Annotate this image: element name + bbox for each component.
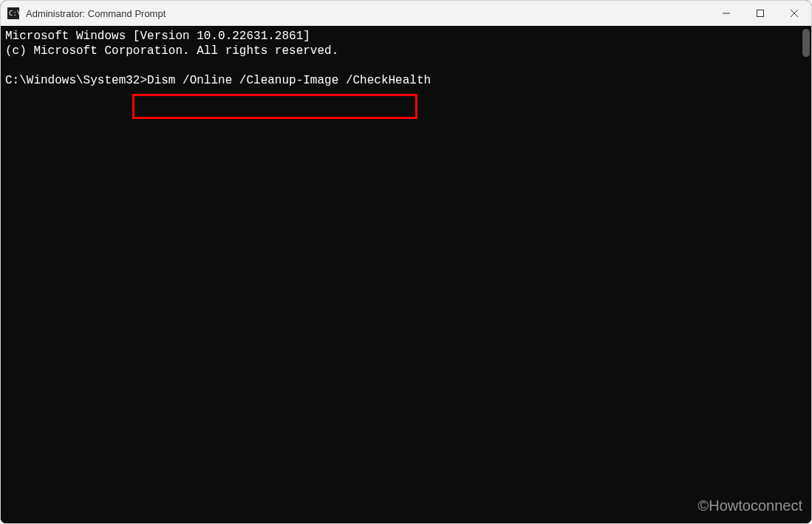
maximize-button[interactable] — [743, 1, 777, 26]
copyright-line: (c) Microsoft Corporation. All rights re… — [5, 44, 338, 58]
scrollbar-thumb[interactable] — [802, 29, 810, 57]
titlebar[interactable]: C:\ Administrator: Command Prompt — [1, 1, 811, 26]
svg-text:C:\: C:\ — [9, 10, 19, 17]
window-title: Administrator: Command Prompt — [26, 8, 166, 19]
close-button[interactable] — [777, 1, 811, 26]
version-line: Microsoft Windows [Version 10.0.22631.28… — [5, 30, 310, 43]
maximize-icon — [757, 10, 764, 17]
minimize-button[interactable] — [709, 1, 743, 26]
cmd-icon: C:\ — [7, 7, 20, 20]
watermark-text: ©Howtoconnect — [698, 497, 802, 514]
window-controls — [709, 1, 811, 26]
terminal-area[interactable]: Microsoft Windows [Version 10.0.22631.28… — [1, 26, 811, 523]
typed-command[interactable]: Dism /Online /Cleanup-Image /CheckHealth — [147, 74, 431, 87]
close-icon — [791, 10, 798, 17]
svg-rect-3 — [757, 10, 764, 17]
minimize-icon — [723, 10, 730, 17]
prompt-path: C:\Windows\System32> — [5, 74, 147, 87]
terminal-output: Microsoft Windows [Version 10.0.22631.28… — [1, 26, 811, 523]
command-prompt-window: C:\ Administrator: Command Prompt — [0, 0, 812, 524]
